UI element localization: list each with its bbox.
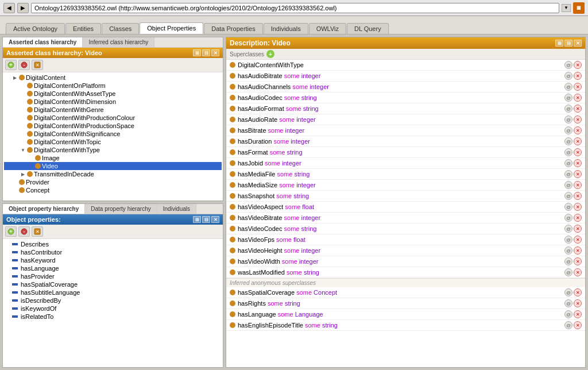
prop-btn-view-hasaudiorate[interactable]: @ xyxy=(564,115,572,124)
prop-row-hasaudiorate[interactable]: hasAudioRate some integer @ ✕ xyxy=(226,114,585,125)
tree-item-image[interactable]: Image xyxy=(4,154,222,162)
back-button[interactable]: ◀ xyxy=(3,3,15,13)
op-item-hasspatialcoverage[interactable]: hasSpatialCoverage xyxy=(4,280,222,288)
prop-btn-view-hasvideofps[interactable]: @ xyxy=(564,236,572,244)
prop-btn-remove-hasbitrate[interactable]: ✕ xyxy=(574,126,582,134)
prop-btn-remove-hasvideocodec[interactable]: ✕ xyxy=(574,225,582,233)
prop-btn-remove-hasmediafile[interactable]: ✕ xyxy=(574,170,582,178)
icon-expand2[interactable]: ⊞ xyxy=(193,216,201,223)
prop-row-hasvideowidth[interactable]: hasVideoWidth some integer @ ✕ xyxy=(226,256,585,267)
prop-btn-view-hasbitrate[interactable]: @ xyxy=(564,126,572,134)
icon-close2[interactable]: ✕ xyxy=(211,216,219,223)
tree-item-concept[interactable]: Concept xyxy=(4,186,222,194)
prop-row-hasspatialcoverage[interactable]: hasSpatialCoverage some Concept @ ✕ xyxy=(226,287,585,298)
prop-btn-remove-hasformat[interactable]: ✕ xyxy=(574,148,582,156)
prop-row-waslastmodified[interactable]: wasLastModified some string @ ✕ xyxy=(226,267,585,278)
prop-btn-view-hasvideoheight[interactable]: @ xyxy=(564,246,572,255)
properties-list[interactable]: DigitalContentWithType @ ✕ hasAudioBitra… xyxy=(226,60,585,367)
prop-btn-remove-hasvideobitrate[interactable]: ✕ xyxy=(574,214,582,222)
tree-item-provider[interactable]: Provider xyxy=(4,178,222,186)
prop-btn-remove-hasaudiorate[interactable]: ✕ xyxy=(574,115,582,124)
prop-btn-remove-hassnapshot[interactable]: ✕ xyxy=(574,192,582,200)
prop-btn-view-hasaudiochannels[interactable]: @ xyxy=(564,83,572,91)
prop-btn-remove-haslanguage-i[interactable]: ✕ xyxy=(574,310,582,318)
tab-dl-query[interactable]: DL Query xyxy=(347,23,389,34)
prop-btn-remove-digitalcontentwithtype[interactable]: ✕ xyxy=(574,61,582,69)
icon-close[interactable]: ✕ xyxy=(211,49,219,56)
op-item-isdescribedby[interactable]: isDescribedBy xyxy=(4,296,222,305)
op-item-iskeywordof[interactable]: isKeywordOf xyxy=(4,305,222,313)
prop-btn-view-hasmediafile[interactable]: @ xyxy=(564,170,572,178)
prop-btn-view-hasmediasize[interactable]: @ xyxy=(564,181,572,189)
tree-item-digitalcontentwithtopic[interactable]: DigitalContentWithTopic xyxy=(4,138,222,146)
object-properties-tree[interactable]: Describes hasContributor hasKeyword hasL… xyxy=(3,239,223,367)
prop-row-hasenglishepisodetitle[interactable]: hasEnglishEpisodeTitle some string @ ✕ xyxy=(226,320,585,331)
op-item-hassubtitlelanguage[interactable]: hasSubtitleLanguage xyxy=(4,288,222,296)
prop-btn-remove-hasmediasize[interactable]: ✕ xyxy=(574,181,582,189)
tree-item-digitalcontentwithsignificance[interactable]: DigitalContentWithSignificance xyxy=(4,130,222,138)
tree-item-digitalcontentwithtype[interactable]: ▼ DigitalContentWithType xyxy=(4,146,222,154)
prop-btn-view-digitalcontentwithtype[interactable]: @ xyxy=(564,61,572,69)
prop-btn-remove-waslastmodified[interactable]: ✕ xyxy=(574,268,582,276)
prop-btn-view-hasformat[interactable]: @ xyxy=(564,148,572,156)
prop-btn-view-haslanguage-i[interactable]: @ xyxy=(564,310,572,318)
prop-btn-remove-hasrights[interactable]: ✕ xyxy=(574,299,582,307)
icon-minimize3[interactable]: ⊟ xyxy=(564,40,572,47)
tree-item-transmittedindecade[interactable]: ▶ TransmittedInDecade xyxy=(4,170,222,178)
prop-row-hasrights[interactable]: hasRights some string @ ✕ xyxy=(226,298,585,309)
tree-item-digitalcontent[interactable]: ▶ DigitalContent xyxy=(4,74,222,82)
prop-btn-remove-hasaudioformat[interactable]: ✕ xyxy=(574,105,582,113)
op-toolbar-btn-remove[interactable]: - xyxy=(18,226,30,237)
prop-btn-remove-hasaudiobitrate[interactable]: ✕ xyxy=(574,72,582,80)
op-toolbar-btn-settings[interactable]: ✕ xyxy=(32,226,43,237)
toolbar-btn-settings[interactable]: ✕ xyxy=(32,60,43,70)
tree-item-digitalcontentwithassettype[interactable]: DigitalContentWithAssetType xyxy=(4,90,222,98)
data-property-hierarchy-tab[interactable]: Data property hierarchy xyxy=(85,204,157,214)
prop-row-hasjobid[interactable]: hasJobid some integer @ ✕ xyxy=(226,158,585,169)
prop-row-hasmediafile[interactable]: hasMediaFile some string @ ✕ xyxy=(226,169,585,180)
prop-btn-remove-hasenglishepisodetitle[interactable]: ✕ xyxy=(574,321,582,329)
op-item-haslanguage[interactable]: hasLanguage xyxy=(4,264,222,272)
prop-btn-view-hasduration[interactable]: @ xyxy=(564,137,572,145)
dropdown-button[interactable]: ▼ xyxy=(562,4,571,12)
prop-btn-remove-hasvideowidth[interactable]: ✕ xyxy=(574,257,582,265)
prop-row-hasaudiochannels[interactable]: hasAudioChannels some integer @ ✕ xyxy=(226,82,585,92)
tab-data-properties[interactable]: Data Properties xyxy=(204,23,262,34)
op-toolbar-btn-add[interactable]: + xyxy=(5,226,17,237)
prop-btn-view-hasaudiocodec[interactable]: @ xyxy=(564,94,572,102)
toggle-digitalcontent[interactable]: ▶ xyxy=(12,75,18,80)
tab-entities[interactable]: Entities xyxy=(65,23,101,34)
individuals-tab[interactable]: Individuals xyxy=(157,204,196,214)
tab-object-properties[interactable]: Object Properties xyxy=(140,22,203,34)
op-item-isrelatedto[interactable]: isRelatedTo xyxy=(4,313,222,321)
class-hierarchy-tree[interactable]: ▶ DigitalContent DigitalContentOnPlatfor… xyxy=(3,72,223,201)
asserted-class-tab[interactable]: Asserted class hierarchy xyxy=(3,37,83,47)
icon-expand[interactable]: ⊞ xyxy=(193,49,201,56)
icon-close3[interactable]: ✕ xyxy=(574,40,582,47)
icon-minimize2[interactable]: ⊟ xyxy=(202,216,210,223)
prop-btn-view-hasrights[interactable]: @ xyxy=(564,299,572,307)
prop-btn-view-hassnapshot[interactable]: @ xyxy=(564,192,572,200)
superclasses-add-button[interactable]: + xyxy=(266,50,274,58)
prop-row-hasformat[interactable]: hasFormat some string @ ✕ xyxy=(226,147,585,158)
op-item-hasprovider[interactable]: hasProvider xyxy=(4,272,222,280)
prop-btn-view-hasvideobitrate[interactable]: @ xyxy=(564,214,572,222)
inferred-class-tab[interactable]: Inferred class hierarchy xyxy=(83,37,154,47)
prop-btn-remove-hasjobid[interactable]: ✕ xyxy=(574,159,582,167)
tree-item-digitalcontentwithdimension[interactable]: DigitalContentWithDimension xyxy=(4,98,222,106)
prop-row-hasaudioformat[interactable]: hasAudioFormat some string @ ✕ xyxy=(226,103,585,114)
prop-btn-remove-hasvideoheight[interactable]: ✕ xyxy=(574,246,582,255)
prop-row-haslanguage-i[interactable]: hasLanguage some Language @ ✕ xyxy=(226,309,585,320)
op-item-haskeyword[interactable]: hasKeyword xyxy=(4,256,222,264)
forward-button[interactable]: ▶ xyxy=(17,3,29,13)
icon-minimize[interactable]: ⊟ xyxy=(202,49,210,56)
prop-row-hasaudiobitrate[interactable]: hasAudioBitrate some integer @ ✕ xyxy=(226,71,585,82)
prop-row-hasaudiocodec[interactable]: hasAudioCodec some string @ ✕ xyxy=(226,92,585,103)
toolbar-btn-remove[interactable]: - xyxy=(18,60,30,70)
icon-expand3[interactable]: ⊞ xyxy=(555,40,563,47)
object-property-hierarchy-tab[interactable]: Object property hierarchy xyxy=(3,204,85,214)
tree-item-digitalcontentwithgenre[interactable]: DigitalContentWithGenre xyxy=(4,106,222,114)
toolbar-btn-add[interactable]: + xyxy=(5,60,17,70)
prop-row-hasbitrate[interactable]: hasBitrate some integer @ ✕ xyxy=(226,125,585,136)
prop-row-hasvideoheight[interactable]: hasVideoHeight some integer @ ✕ xyxy=(226,245,585,256)
